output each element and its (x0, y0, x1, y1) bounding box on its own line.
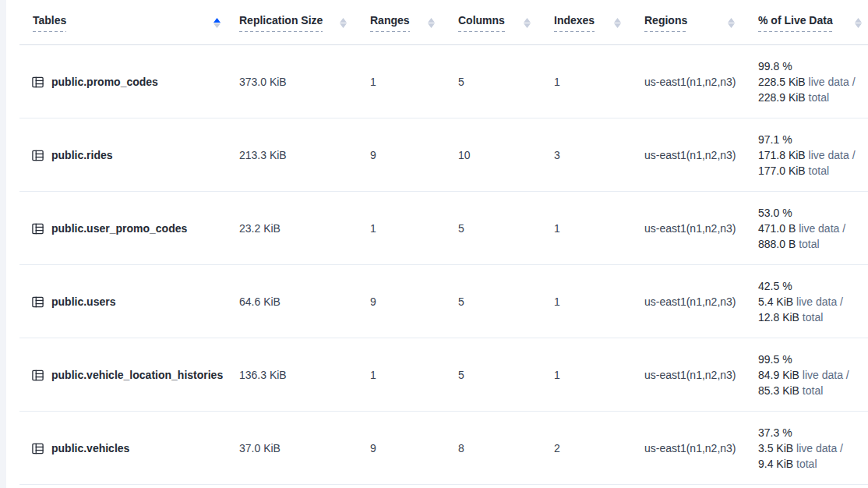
regions-cell: us-east1(n1,n2,n3) (637, 295, 750, 308)
table-name-link[interactable]: public.promo_codes (51, 76, 158, 88)
live-data-cell: 99.8 % 228.5 KiB live data / 228.9 KiB t… (750, 58, 868, 105)
table-row[interactable]: public.vehicles 37.0 KiB 9 8 2 us-east1(… (6, 412, 868, 485)
tables-page: Tables Replication Size Ranges (0, 0, 868, 488)
sort-arrows-icon (849, 18, 862, 28)
table-name-link[interactable]: public.vehicle_location_histories (51, 369, 223, 381)
ranges-cell: 9 (362, 442, 450, 454)
replication-size-cell: 136.3 KiB (231, 369, 362, 381)
total-data-line: 85.3 KiB total (758, 383, 868, 398)
replication-size-cell: 213.3 KiB (231, 149, 362, 161)
indexes-cell: 1 (546, 295, 637, 308)
live-data-percent: 99.8 % (758, 58, 868, 74)
column-header-label: Columns (458, 14, 505, 32)
ranges-cell: 1 (362, 76, 450, 88)
regions-cell: us-east1(n1,n2,n3) (637, 442, 750, 454)
table-grid-icon (31, 222, 44, 235)
table-name-link[interactable]: public.vehicles (51, 442, 129, 454)
column-header-replication-size[interactable]: Replication Size (231, 0, 362, 45)
live-data-line: 5.4 KiB live data / (758, 294, 868, 309)
table-row[interactable]: public.rides 213.3 KiB 9 10 3 us-east1(n… (6, 118, 868, 192)
live-data-percent: 97.1 % (758, 132, 868, 147)
regions-cell: us-east1(n1,n2,n3) (637, 369, 750, 381)
table-row[interactable]: public.users 64.6 KiB 9 5 1 us-east1(n1,… (6, 265, 868, 338)
table-name-cell: public.vehicle_location_histories (6, 369, 231, 382)
replication-size-cell: 23.2 KiB (231, 222, 362, 235)
column-header-live-data[interactable]: % of Live Data (750, 0, 868, 45)
ranges-cell: 1 (362, 369, 450, 381)
columns-cell: 8 (450, 442, 546, 454)
column-header-columns[interactable]: Columns (450, 0, 546, 45)
table-grid-icon (31, 149, 44, 162)
table-name-link[interactable]: public.user_promo_codes (51, 222, 187, 235)
table-name-cell: public.rides (6, 149, 231, 162)
table-name-cell: public.users (6, 295, 231, 309)
total-data-line: 12.8 KiB total (758, 309, 868, 325)
live-data-percent: 42.5 % (758, 278, 868, 294)
sort-arrows-icon (517, 18, 531, 28)
left-gutter (0, 0, 6, 488)
indexes-cell: 1 (546, 222, 637, 235)
total-data-line: 177.0 KiB total (758, 163, 868, 179)
live-data-cell: 97.1 % 171.8 KiB live data / 177.0 KiB t… (750, 132, 868, 179)
regions-cell: us-east1(n1,n2,n3) (637, 149, 750, 161)
column-header-label: % of Live Data (758, 14, 833, 32)
sort-arrows-icon (207, 18, 221, 28)
regions-cell: us-east1(n1,n2,n3) (637, 76, 750, 88)
column-header-tables[interactable]: Tables (6, 0, 231, 45)
live-data-cell: 53.0 % 471.0 B live data / 888.0 B total (750, 205, 868, 252)
indexes-cell: 3 (546, 149, 637, 161)
table-grid-icon (31, 442, 44, 455)
sort-arrows-icon (722, 18, 735, 28)
replication-size-cell: 64.6 KiB (231, 295, 362, 308)
columns-cell: 5 (450, 76, 546, 88)
table-name-link[interactable]: public.users (51, 295, 115, 308)
columns-cell: 10 (450, 149, 546, 161)
table-name-cell: public.vehicles (6, 442, 231, 455)
total-data-line: 888.0 B total (758, 236, 868, 252)
table-grid-icon (31, 76, 44, 89)
table-body: public.promo_codes 373.0 KiB 1 5 1 us-ea… (6, 45, 868, 485)
total-data-line: 228.9 KiB total (758, 90, 868, 105)
tables-table: Tables Replication Size Ranges (6, 0, 868, 488)
sort-arrows-icon (608, 18, 621, 28)
live-data-line: 84.9 KiB live data / (758, 367, 868, 383)
live-data-line: 228.5 KiB live data / (758, 74, 868, 90)
ranges-cell: 9 (362, 295, 450, 308)
table-row[interactable]: public.promo_codes 373.0 KiB 1 5 1 us-ea… (6, 45, 868, 118)
sort-arrows-icon (333, 18, 347, 28)
column-header-label: Replication Size (239, 14, 323, 32)
live-data-line: 3.5 KiB live data / (758, 440, 868, 456)
ranges-cell: 1 (362, 222, 450, 235)
live-data-line: 471.0 B live data / (758, 221, 868, 236)
table-row[interactable]: public.user_promo_codes 23.2 KiB 1 5 1 u… (6, 192, 868, 265)
table-row[interactable]: public.vehicle_location_histories 136.3 … (6, 338, 868, 412)
ranges-cell: 9 (362, 149, 450, 161)
column-header-ranges[interactable]: Ranges (362, 0, 450, 45)
columns-cell: 5 (450, 369, 546, 381)
live-data-cell: 42.5 % 5.4 KiB live data / 12.8 KiB tota… (750, 278, 868, 325)
total-data-line: 9.4 KiB total (758, 456, 868, 472)
table-name-link[interactable]: public.rides (51, 149, 113, 161)
live-data-line: 171.8 KiB live data / (758, 147, 868, 163)
column-header-label: Ranges (370, 14, 410, 32)
column-header-label: Regions (644, 14, 687, 32)
live-data-percent: 37.3 % (758, 425, 868, 440)
live-data-percent: 53.0 % (758, 205, 868, 221)
column-header-indexes[interactable]: Indexes (546, 0, 637, 45)
regions-cell: us-east1(n1,n2,n3) (637, 222, 750, 235)
indexes-cell: 1 (546, 76, 637, 88)
table-grid-icon (31, 295, 44, 309)
live-data-percent: 99.5 % (758, 352, 868, 367)
table-name-cell: public.promo_codes (6, 76, 231, 89)
live-data-cell: 37.3 % 3.5 KiB live data / 9.4 KiB total (750, 425, 868, 472)
table-grid-icon (31, 369, 44, 382)
column-header-label: Indexes (554, 14, 595, 32)
live-data-cell: 99.5 % 84.9 KiB live data / 85.3 KiB tot… (750, 352, 868, 398)
column-header-label: Tables (33, 14, 66, 32)
indexes-cell: 2 (546, 442, 637, 454)
column-header-regions[interactable]: Regions (637, 0, 750, 45)
columns-cell: 5 (450, 222, 546, 235)
replication-size-cell: 37.0 KiB (231, 442, 362, 454)
replication-size-cell: 373.0 KiB (231, 76, 362, 88)
table-header-row: Tables Replication Size Ranges (6, 0, 868, 45)
